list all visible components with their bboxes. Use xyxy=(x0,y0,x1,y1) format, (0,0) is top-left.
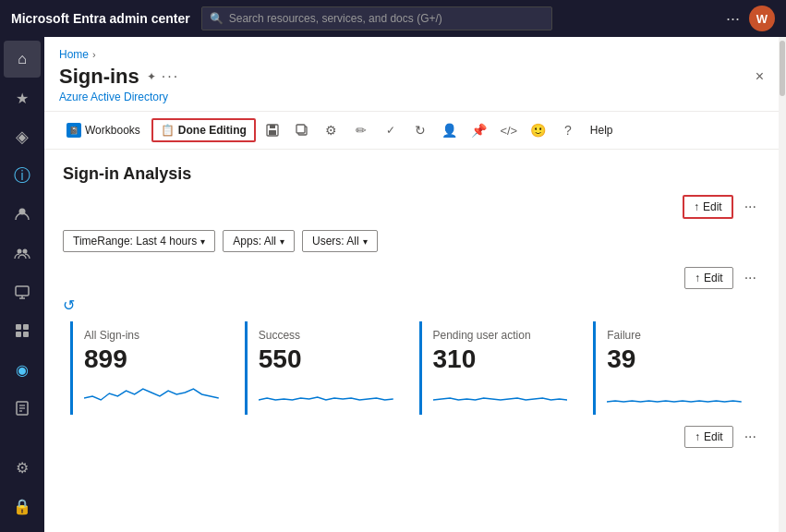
more-options-icon[interactable]: ··· xyxy=(726,9,740,29)
search-box[interactable]: 🔍 xyxy=(201,6,552,30)
metric-success: Success 550 xyxy=(245,321,405,415)
svg-rect-3 xyxy=(16,286,29,296)
second-edit-button[interactable]: ↑ Edit xyxy=(684,267,733,289)
svg-rect-6 xyxy=(16,332,21,337)
second-edit-row: ↑ Edit ··· xyxy=(63,267,760,289)
sidebar-item-apps[interactable] xyxy=(4,312,41,349)
main-layout: ⌂ ★ ◈ ⓘ ◉ ⚙ 🔒 Home › xyxy=(0,37,786,532)
breadcrumb: Home › xyxy=(59,48,764,61)
metric-success-sparkline xyxy=(259,380,393,407)
apps-label: Apps: All xyxy=(233,235,276,248)
search-input[interactable] xyxy=(229,12,544,25)
sidebar-item-favorites[interactable]: ★ xyxy=(4,79,41,116)
metrics-grid: All Sign-ins 899 Success 550 xyxy=(63,321,760,415)
first-edit-arrow-icon: ↑ xyxy=(694,200,699,213)
page-header: Home › Sign-ins ✦ ··· × Azure Active Dir… xyxy=(44,37,779,112)
top-navigation: Microsoft Entra admin center 🔍 ··· W xyxy=(0,0,786,37)
page-title: Sign-ins xyxy=(59,65,139,89)
third-edit-row: ↑ Edit ··· xyxy=(63,426,760,448)
checkmark-button[interactable]: ✓ xyxy=(378,117,404,143)
metric-success-label: Success xyxy=(259,329,393,342)
emoji-button[interactable]: 🙂 xyxy=(526,117,551,143)
question-button[interactable]: ? xyxy=(555,117,581,143)
metric-pending: Pending user action 310 xyxy=(419,321,579,415)
done-editing-button[interactable]: 📋 Done Editing xyxy=(151,118,256,142)
sidebar: ⌂ ★ ◈ ⓘ ◉ ⚙ 🔒 xyxy=(0,37,44,532)
users-label: Users: All xyxy=(312,235,359,248)
more-page-options-icon[interactable]: ··· xyxy=(162,68,179,85)
sidebar-item-users[interactable] xyxy=(4,196,41,233)
breadcrumb-home[interactable]: Home xyxy=(59,48,89,61)
first-more-options-button[interactable]: ··· xyxy=(741,197,760,217)
first-edit-button[interactable]: ↑ ↑ Edit Edit xyxy=(683,195,733,219)
refresh-icon[interactable]: ↺ xyxy=(63,296,75,314)
filter-row: TimeRange: Last 4 hours ▾ Apps: All ▾ Us… xyxy=(63,230,760,252)
avatar[interactable]: W xyxy=(749,6,775,31)
workbooks-icon: 📓 xyxy=(67,123,81,138)
svg-rect-4 xyxy=(16,324,21,330)
metric-failure-sparkline xyxy=(607,380,742,407)
metric-success-value: 550 xyxy=(259,345,393,374)
svg-rect-13 xyxy=(270,125,275,128)
clone-button[interactable] xyxy=(289,117,315,143)
first-edit-row: ↑ ↑ Edit Edit ··· xyxy=(63,195,760,219)
sidebar-item-groups[interactable] xyxy=(4,235,41,272)
svg-point-1 xyxy=(18,249,22,254)
toolbar: 📓 Workbooks 📋 Done Editing ⚙ ✏ ✓ ↻ 👤 📌 <… xyxy=(44,112,779,150)
save-button[interactable] xyxy=(260,117,285,143)
close-button[interactable]: × xyxy=(756,68,764,85)
metric-all-signins: All Sign-ins 899 xyxy=(70,321,230,415)
metric-failure: Failure 39 xyxy=(593,321,753,415)
page-title-actions: ✦ ··· xyxy=(147,68,179,85)
sidebar-item-home[interactable]: ⌂ xyxy=(4,41,41,78)
workbooks-label: Workbooks xyxy=(85,124,140,137)
settings-button[interactable]: ⚙ xyxy=(319,117,345,143)
scrollbar-thumb[interactable] xyxy=(780,41,785,96)
metric-failure-value: 39 xyxy=(607,345,742,374)
svg-rect-5 xyxy=(23,324,29,330)
timerange-label: TimeRange: Last 4 hours xyxy=(73,235,197,248)
third-edit-icon: ↑ xyxy=(695,430,700,443)
metric-pending-sparkline xyxy=(433,380,568,407)
sidebar-item-reports[interactable] xyxy=(4,390,41,427)
pin-page-icon[interactable]: ✦ xyxy=(147,70,156,83)
page-title-row: Sign-ins ✦ ··· × xyxy=(59,65,764,89)
third-more-options-button[interactable]: ··· xyxy=(741,427,760,447)
timerange-chevron-icon: ▾ xyxy=(200,236,205,247)
timerange-filter[interactable]: TimeRange: Last 4 hours ▾ xyxy=(63,230,215,252)
sidebar-bottom: ⚙ 🔒 xyxy=(4,449,41,532)
second-edit-icon: ↑ xyxy=(695,272,700,284)
help-label: Help xyxy=(590,124,613,137)
workbooks-button[interactable]: 📓 Workbooks xyxy=(59,119,148,141)
edit-pencil-button[interactable]: ✏ xyxy=(348,117,374,143)
sidebar-item-info[interactable]: ⓘ xyxy=(4,157,41,194)
sidebar-item-lock[interactable]: 🔒 xyxy=(4,488,41,525)
second-more-options-button[interactable]: ··· xyxy=(741,268,760,288)
refresh-row: ↺ xyxy=(63,296,760,314)
page-subtitle: Azure Active Directory xyxy=(59,91,764,103)
apps-chevron-icon: ▾ xyxy=(280,236,284,247)
help-button[interactable]: Help xyxy=(585,120,619,140)
workbook-content: Sign-in Analysis ↑ ↑ Edit Edit ··· TimeR… xyxy=(44,150,779,532)
sidebar-item-devices[interactable] xyxy=(4,273,41,310)
users-filter[interactable]: Users: All ▾ xyxy=(302,230,378,252)
svg-rect-16 xyxy=(296,125,305,133)
sidebar-item-identity[interactable]: ◈ xyxy=(4,118,41,155)
third-edit-button[interactable]: ↑ Edit xyxy=(684,426,733,448)
users-chevron-icon: ▾ xyxy=(363,236,368,247)
pin-button[interactable]: 📌 xyxy=(466,117,492,143)
done-editing-icon: 📋 xyxy=(161,124,175,137)
done-editing-label: Done Editing xyxy=(178,124,247,137)
link-button[interactable]: </> xyxy=(496,117,522,143)
scrollbar-track[interactable] xyxy=(779,37,786,532)
breadcrumb-separator: › xyxy=(92,49,96,60)
metric-all-signins-label: All Sign-ins xyxy=(84,329,219,342)
metric-pending-label: Pending user action xyxy=(433,329,568,342)
user-icon-button[interactable]: 👤 xyxy=(437,117,463,143)
apps-filter[interactable]: Apps: All ▾ xyxy=(223,230,295,252)
sidebar-item-governance[interactable]: ◉ xyxy=(4,351,41,388)
metric-failure-label: Failure xyxy=(607,329,742,342)
nav-right: ··· W xyxy=(726,6,775,31)
sidebar-item-settings[interactable]: ⚙ xyxy=(4,449,41,486)
refresh-button[interactable]: ↻ xyxy=(407,117,433,143)
